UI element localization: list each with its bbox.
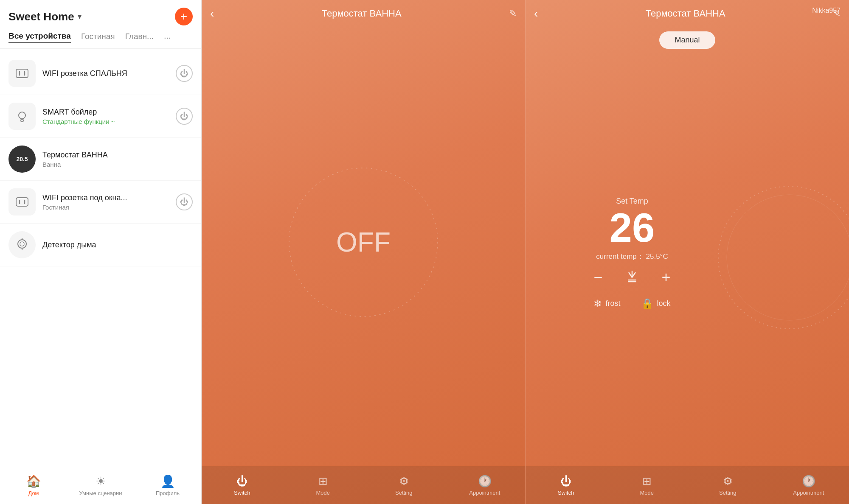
temp-plus-button[interactable]: + [657, 268, 675, 287]
device-name: SMART бойлер [42, 108, 169, 117]
more-tabs-button[interactable]: ··· [164, 33, 171, 42]
edit-button-right[interactable]: ✎ [833, 8, 841, 19]
nav-item-scenarios[interactable]: ☀ Умные сценарии [67, 466, 134, 504]
nav-item-profile[interactable]: 👤 Профиль [134, 466, 201, 504]
left-header: Sweet Home ▾ + [0, 0, 201, 30]
device-name: Детектор дыма [42, 241, 193, 249]
off-text: OFF [336, 227, 391, 258]
dial-container-left: // Will be rendered by inline approach O… [202, 19, 525, 466]
dial-ring-right [713, 181, 849, 334]
device-info: SMART бойлер Стандартные функции ~ [42, 108, 169, 125]
device-name: Термостат ВАННА [42, 151, 193, 160]
left-thermostat-panel: ‹ Термостат ВАННА ✎ // Will be rendered … [202, 0, 525, 504]
device-icon-socket2 [8, 188, 36, 216]
sun-icon: ☀ [96, 474, 106, 488]
panel-tab-setting-left[interactable]: ⚙ Setting [363, 466, 444, 504]
panel-tab-label: Switch [558, 490, 574, 496]
panel-tab-appointment-left[interactable]: 🕐 Appointment [444, 466, 526, 504]
panel-tab-switch-left[interactable]: ⏻ Switch [202, 466, 283, 504]
add-button[interactable]: + [175, 8, 193, 25]
panel-tab-label: Mode [640, 490, 654, 496]
set-temp-label: Set Temp [616, 197, 648, 206]
lock-button[interactable]: 🔒 lock [641, 298, 671, 310]
list-item[interactable]: 20.5 Термостат ВАННА Ванна [0, 138, 201, 181]
device-info: Детектор дыма [42, 241, 193, 249]
dial-ticks-right [713, 181, 849, 334]
panel-bottom-tabs-right: ⏻ Switch ⊞ Mode ⚙ Setting 🕐 Appointment [526, 466, 849, 504]
power-button[interactable]: ⏻ [176, 108, 193, 125]
dial-ring-left: // Will be rendered by inline approach O… [283, 162, 444, 323]
panel-bottom-tabs-left: ⏻ Switch ⊞ Mode ⚙ Setting 🕐 Appointment [202, 466, 525, 504]
list-item[interactable]: SMART бойлер Стандартные функции ~ ⏻ [0, 95, 201, 138]
svg-rect-6 [16, 198, 28, 206]
appointment-icon-right: 🕐 [802, 475, 815, 488]
svg-point-4 [21, 119, 23, 122]
power-button[interactable]: ⏻ [176, 65, 193, 82]
bottom-nav: 🏠 Дом ☀ Умные сценарии 👤 Профиль [0, 466, 201, 504]
device-list: WIFI розетка СПАЛЬНЯ ⏻ SMART бойлер Стан… [0, 49, 201, 466]
device-sub: Стандартные функции ~ [42, 118, 169, 125]
switch-icon-left: ⏻ [236, 475, 247, 488]
left-panel: Sweet Home ▾ + Все устройства Гостиная Г… [0, 0, 202, 504]
panel-tab-mode-left[interactable]: ⊞ Mode [283, 466, 364, 504]
device-sub: Ванна [42, 161, 193, 168]
device-name: WIFI розетка под окна... [42, 193, 169, 202]
panel-tab-switch-right[interactable]: ⏻ Switch [526, 466, 607, 504]
frost-icon: ❄ [593, 298, 602, 310]
back-button-right[interactable]: ‹ [534, 7, 538, 20]
frost-button[interactable]: ❄ frost [593, 298, 620, 310]
nav-label-home: Дом [28, 490, 39, 496]
lock-icon: 🔒 [641, 298, 654, 310]
nav-label-profile: Профиль [156, 490, 180, 496]
device-icon-smoke [8, 231, 36, 258]
device-icon-thermostat: 20.5 [8, 146, 36, 173]
panel-title-right: Термостат ВАННА [543, 8, 828, 19]
device-info: WIFI розетка СПАЛЬНЯ [42, 69, 169, 78]
panel-tab-label: Setting [395, 490, 412, 496]
panel-tab-label: Mode [316, 490, 330, 496]
panel-tab-setting-right[interactable]: ⚙ Setting [687, 466, 768, 504]
right-thermostat-panel: Nikka957 ‹ Термостат ВАННА ✎ Manual Set … [525, 0, 849, 504]
device-info: WIFI розетка под окна... Гостиная [42, 193, 169, 211]
home-title: Sweet Home [8, 10, 74, 23]
power-button[interactable]: ⏻ [176, 193, 193, 210]
svg-point-3 [19, 112, 25, 119]
list-item[interactable]: WIFI розетка под окна... Гостиная ⏻ [0, 181, 201, 224]
svg-rect-0 [16, 69, 28, 78]
device-icon-boiler [8, 103, 36, 130]
lock-label: lock [657, 299, 671, 308]
tab-living-room[interactable]: Гостиная [81, 32, 115, 43]
temp-minus-button[interactable]: − [589, 268, 607, 287]
svg-point-9 [18, 240, 26, 248]
mode-icon-left: ⊞ [318, 475, 328, 488]
nav-label-scenarios: Умные сценарии [79, 490, 122, 496]
appointment-icon-left: 🕐 [478, 475, 492, 488]
list-item[interactable]: WIFI розетка СПАЛЬНЯ ⏻ [0, 52, 201, 95]
svg-point-20 [718, 186, 849, 329]
list-item[interactable]: Детектор дыма [0, 224, 201, 266]
right-dial-container: Set Temp 26 current temp： 25.5°C − [526, 49, 849, 466]
home-icon: 🏠 [26, 474, 41, 488]
tab-main[interactable]: Главн... [125, 32, 154, 43]
tabs-row: Все устройства Гостиная Главн... ··· [0, 30, 201, 49]
panel-tab-label: Switch [234, 490, 250, 496]
svg-point-21 [727, 195, 849, 320]
edit-button-left[interactable]: ✎ [509, 8, 517, 19]
manual-button[interactable]: Manual [659, 31, 715, 49]
nav-item-home[interactable]: 🏠 Дом [0, 466, 67, 504]
device-name: WIFI розетка СПАЛЬНЯ [42, 69, 169, 78]
panel-tab-appointment-right[interactable]: 🕐 Appointment [768, 466, 849, 504]
panel-tab-label: Setting [719, 490, 736, 496]
panel-tab-label: Appointment [469, 490, 500, 496]
panel-header-right: ‹ Термостат ВАННА ✎ [526, 0, 849, 27]
panel-tab-mode-right[interactable]: ⊞ Mode [607, 466, 688, 504]
temperature-display: 26 [610, 207, 655, 248]
mode-icon-right: ⊞ [642, 475, 652, 488]
dial-center-left: OFF [336, 227, 391, 258]
chevron-down-icon: ▾ [78, 12, 82, 21]
switch-icon-right: ⏻ [560, 475, 571, 488]
tab-all-devices[interactable]: Все устройства [8, 31, 71, 43]
temp-controls: − + [589, 268, 675, 291]
setting-icon-right: ⚙ [723, 475, 733, 488]
device-info: Термостат ВАННА Ванна [42, 151, 193, 168]
